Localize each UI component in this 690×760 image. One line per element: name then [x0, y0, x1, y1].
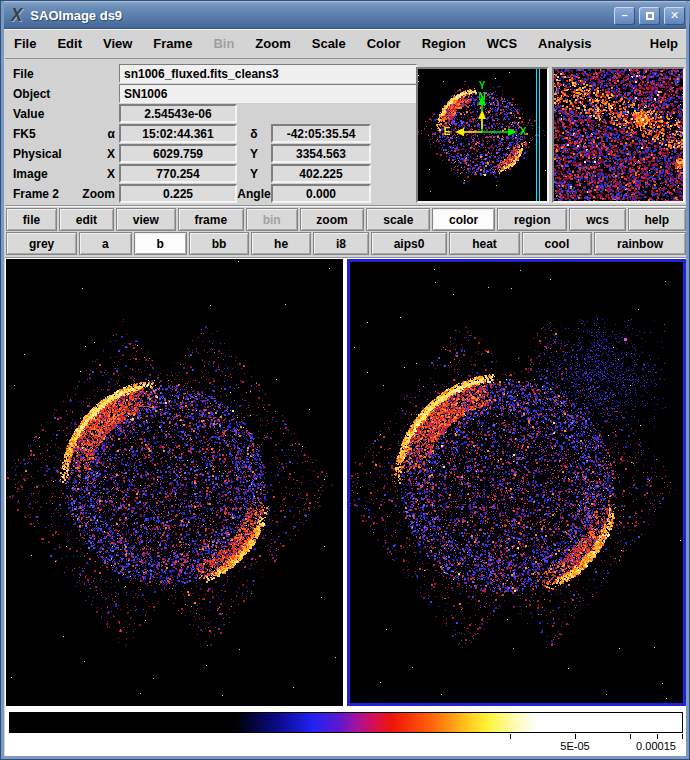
frame-2-active[interactable]	[347, 259, 686, 706]
toolbar-button-view[interactable]: view	[116, 208, 176, 231]
menu-scale[interactable]: Scale	[312, 36, 346, 51]
physical-label: Physical	[9, 144, 91, 163]
colormap-button-a[interactable]: a	[79, 232, 131, 255]
maximize-icon	[646, 12, 654, 20]
colormap-button-cool[interactable]: cool	[522, 232, 592, 255]
image-y-label: Y	[239, 164, 269, 183]
image-x-value: 770.254	[119, 164, 237, 183]
frame-1-image[interactable]	[6, 259, 343, 706]
toolbar-button-wcs[interactable]: wcs	[569, 208, 625, 231]
compass-y-label: Y	[479, 81, 486, 91]
frame-label: Frame 2	[9, 184, 91, 203]
colormap-button-rainbow[interactable]: rainbow	[594, 232, 686, 255]
image-label: Image	[9, 164, 91, 183]
menu-analysis[interactable]: Analysis	[538, 36, 591, 51]
title-bar[interactable]: X SAOImage ds9 – ✕	[1, 1, 690, 29]
colormap-button-i8[interactable]: i8	[313, 232, 369, 255]
pixel-value: 2.54543e-06	[119, 104, 237, 123]
colorbar-tick	[682, 734, 683, 739]
magnifier-panel[interactable]	[552, 67, 685, 203]
menu-region[interactable]: Region	[422, 36, 466, 51]
colorbar-tick	[630, 734, 631, 739]
object-value: SN1006	[119, 84, 417, 103]
panner-panel[interactable]: Y N E X	[416, 67, 549, 203]
toolbar-row: file edit view frame bin zoom scale colo…	[5, 208, 687, 231]
menu-view[interactable]: View	[103, 36, 132, 51]
colormap-button-grey[interactable]: grey	[6, 232, 77, 255]
menu-wcs[interactable]: WCS	[487, 36, 517, 51]
compass-x-label: X	[520, 127, 527, 137]
toolbar-button-region[interactable]: region	[497, 208, 567, 231]
colormap-button-b[interactable]: b	[134, 232, 187, 255]
colorbar-tick	[510, 734, 511, 739]
menu-color[interactable]: Color	[367, 36, 401, 51]
zoom-value: 0.225	[119, 184, 237, 203]
compass-n-label: N	[478, 92, 485, 102]
compass-e-label: E	[444, 127, 451, 137]
menu-zoom[interactable]: Zoom	[255, 36, 290, 51]
menu-bar: File Edit View Frame Bin Zoom Scale Colo…	[5, 29, 687, 59]
toolbar-button-edit[interactable]: edit	[59, 208, 114, 231]
object-label: Object	[9, 84, 91, 103]
physical-y-value: 3354.563	[271, 144, 371, 163]
menu-edit[interactable]: Edit	[57, 36, 82, 51]
toolbar-button-help[interactable]: help	[628, 208, 686, 231]
x11-logo-icon: X	[11, 5, 22, 26]
physical-x-value: 6029.759	[119, 144, 237, 163]
ds9-window: X SAOImage ds9 – ✕ File Edit View Frame …	[0, 0, 690, 760]
toolbar-button-frame[interactable]: frame	[178, 208, 244, 231]
value-label: Value	[9, 104, 91, 123]
zoom-label: Zoom	[93, 184, 117, 203]
toolbar-button-scale[interactable]: scale	[366, 208, 430, 231]
magnifier-image[interactable]	[554, 69, 683, 201]
button-bars: file edit view frame bin zoom scale colo…	[5, 205, 687, 257]
toolbar-button-zoom[interactable]: zoom	[300, 208, 365, 231]
colormap-button-aips0[interactable]: aips0	[371, 232, 447, 255]
colorbar-tick	[657, 734, 658, 739]
ra-value: 15:02:44.361	[119, 124, 237, 143]
close-button[interactable]: ✕	[664, 7, 685, 25]
physical-x-label: X	[93, 144, 117, 163]
delta-symbol: δ	[239, 124, 269, 143]
colorbar-tick-label: 5E-05	[545, 740, 605, 752]
window-title: SAOImage ds9	[30, 8, 122, 23]
physical-y-label: Y	[239, 144, 269, 163]
colormap-row: grey a b bb he i8 aips0 heat cool rainbo…	[5, 232, 687, 255]
maximize-button[interactable]	[639, 7, 660, 25]
image-x-label: X	[93, 164, 117, 183]
menu-bin: Bin	[213, 36, 234, 51]
info-panel: File sn1006_fluxed.fits_cleans3 Object S…	[5, 59, 687, 205]
toolbar-button-color[interactable]: color	[432, 208, 495, 231]
dec-value: -42:05:35.54	[271, 124, 371, 143]
menu-help[interactable]: Help	[650, 36, 678, 51]
file-value: sn1006_fluxed.fits_cleans3	[119, 64, 417, 83]
menu-file[interactable]: File	[14, 36, 36, 51]
close-icon: ✕	[670, 10, 679, 21]
fk5-label: FK5	[9, 124, 91, 143]
colorbar-tick	[575, 734, 576, 739]
angle-value: 0.000	[271, 184, 371, 203]
colormap-button-heat[interactable]: heat	[449, 232, 519, 255]
colorbar-widget: 5E-05 0.00015	[5, 707, 687, 757]
frame-2-image[interactable]	[350, 262, 683, 703]
colormap-button-he[interactable]: he	[251, 232, 311, 255]
image-y-value: 402.225	[271, 164, 371, 183]
alpha-symbol: α	[93, 124, 117, 143]
colorbar-tick-label: 0.00015	[626, 740, 686, 752]
frame-1[interactable]	[6, 259, 343, 706]
colorbar-gradient[interactable]	[9, 712, 683, 733]
angle-label: Angle	[239, 184, 269, 203]
toolbar-button-bin: bin	[246, 208, 298, 231]
minimize-button[interactable]: –	[614, 7, 635, 25]
toolbar-button-file[interactable]: file	[6, 208, 57, 231]
colormap-button-bb[interactable]: bb	[189, 232, 249, 255]
minimize-icon: –	[621, 10, 627, 21]
file-label: File	[9, 64, 91, 83]
menu-frame[interactable]: Frame	[153, 36, 192, 51]
image-display-area	[5, 257, 687, 707]
